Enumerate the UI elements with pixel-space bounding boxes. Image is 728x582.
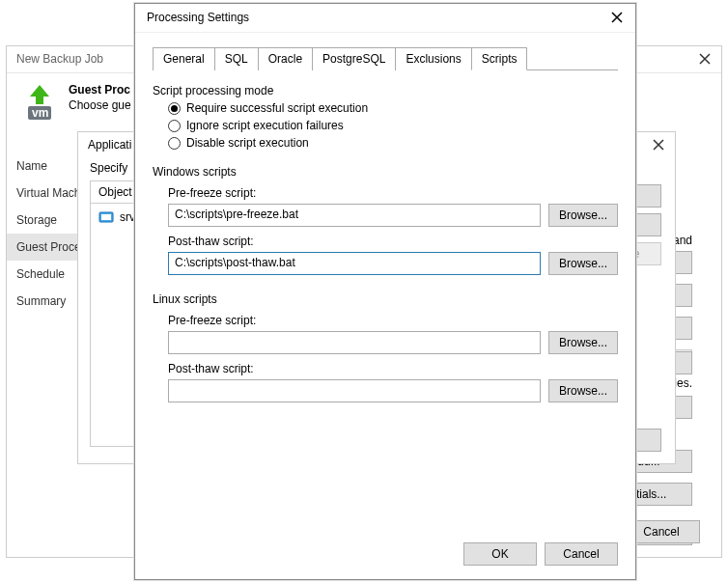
browse-button[interactable]: Browse... xyxy=(548,379,618,402)
guest-processing-icon: vm xyxy=(20,83,59,122)
linux-post-thaw-input[interactable] xyxy=(168,379,541,402)
browse-button[interactable]: Browse... xyxy=(548,204,618,227)
windows-post-thaw-input[interactable]: C:\scripts\post-thaw.bat xyxy=(168,252,541,275)
radio-icon xyxy=(168,102,181,115)
vm-icon xyxy=(98,209,114,225)
ok-button[interactable]: OK xyxy=(463,542,537,566)
processing-settings-titlebar: Processing Settings xyxy=(135,4,635,33)
browse-button[interactable]: Browse... xyxy=(548,331,618,354)
wizard-title-text: New Backup Job xyxy=(16,52,103,66)
tab-general[interactable]: General xyxy=(153,47,215,70)
wizard-heading: Guest Proc xyxy=(69,83,131,97)
radio-label: Ignore script execution failures xyxy=(186,119,344,132)
browse-button[interactable]: Browse... xyxy=(548,252,618,275)
radio-require-success[interactable]: Require successful script execution xyxy=(168,99,618,117)
windows-pre-freeze-input[interactable]: C:\scripts\pre-freeze.bat xyxy=(168,204,541,227)
radio-icon xyxy=(168,137,181,150)
script-processing-mode-group: Script processing mode Require successfu… xyxy=(153,84,618,152)
group-title: Script processing mode xyxy=(153,84,618,97)
post-thaw-label: Post-thaw script: xyxy=(168,235,618,248)
processing-settings-dialog: Processing Settings General SQL Oracle P… xyxy=(134,3,636,580)
tab-exclusions[interactable]: Exclusions xyxy=(395,47,471,70)
cancel-button[interactable]: Cancel xyxy=(545,542,618,566)
application-title-text: Applicati xyxy=(88,138,131,152)
group-title: Linux scripts xyxy=(153,292,618,306)
tab-postgresql[interactable]: PostgreSQL xyxy=(312,47,396,70)
group-title: Windows scripts xyxy=(153,165,618,179)
radio-disable[interactable]: Disable script execution xyxy=(168,134,618,152)
linux-pre-freeze-input[interactable] xyxy=(168,331,541,354)
tab-sql[interactable]: SQL xyxy=(214,47,259,70)
linux-scripts-group: Linux scripts Pre-freeze script: Browse.… xyxy=(153,292,618,402)
tab-scripts[interactable]: Scripts xyxy=(471,47,528,70)
dialog-title: Processing Settings xyxy=(147,11,249,24)
tab-strip: General SQL Oracle PostgreSQL Exclusions… xyxy=(153,46,618,70)
radio-label: Disable script execution xyxy=(186,136,309,150)
svg-rect-3 xyxy=(101,214,111,220)
pre-freeze-label: Pre-freeze script: xyxy=(168,314,618,327)
radio-label: Require successful script execution xyxy=(186,101,368,115)
windows-scripts-group: Windows scripts Pre-freeze script: C:\sc… xyxy=(153,165,618,275)
svg-text:vm: vm xyxy=(32,106,48,120)
close-icon[interactable] xyxy=(698,52,714,68)
wizard-subheading: Choose gue xyxy=(69,98,131,112)
pre-freeze-label: Pre-freeze script: xyxy=(168,186,618,200)
close-icon[interactable] xyxy=(652,138,667,153)
list-item-label: srv xyxy=(120,210,135,224)
radio-icon xyxy=(168,120,181,132)
close-icon[interactable] xyxy=(610,11,626,26)
tab-oracle[interactable]: Oracle xyxy=(258,47,313,70)
radio-ignore-failures[interactable]: Ignore script execution failures xyxy=(168,117,618,134)
post-thaw-label: Post-thaw script: xyxy=(168,362,618,375)
